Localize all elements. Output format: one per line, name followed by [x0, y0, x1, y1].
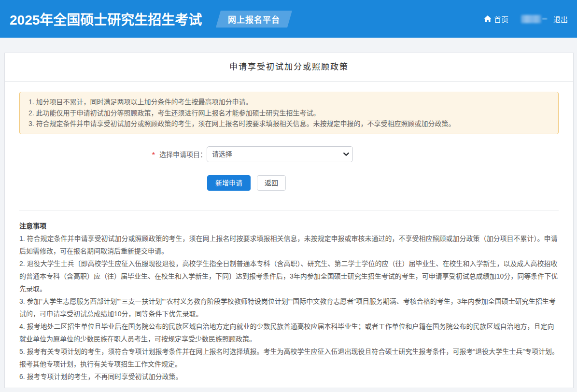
notice-item-2: 2. 此功能仅用于申请初试加分等照顾政策，考生还须进行网上报名才能参加硕士研究生… [28, 108, 549, 119]
note-item-1: 1. 符合规定条件并申请享受初试加分或照顾政策的考生，须在网上报名时按要求填报相… [19, 232, 559, 257]
logout-link[interactable]: 退出 [553, 14, 568, 24]
username-redacted[interactable] [521, 15, 541, 23]
form-actions: 新增申请 返回 [19, 175, 559, 191]
header-nav: 首页 退出 [484, 14, 568, 24]
card-body: 1. 加分项目不累计，同时满足两项以上加分条件的考生按最高项加分申请。 2. 此… [5, 92, 573, 388]
required-asterisk: * [152, 151, 155, 160]
apply-project-label-text: 选择申请项目： [159, 151, 207, 158]
note-item-5: 5. 报考有关专项计划的考生，须符合专项计划报考条件并在网上报名时选择填报。考生… [19, 345, 559, 370]
logout-link-label: 退出 [553, 14, 568, 24]
platform-badge-label: 网上报名平台 [228, 13, 280, 25]
username-redacted-dash [542, 18, 547, 19]
back-button[interactable]: 返回 [257, 175, 286, 191]
notes-heading: 注意事项 [19, 220, 559, 232]
notice-item-1: 1. 加分项目不累计，同时满足两项以上加分条件的考生按最高项加分申请。 [28, 97, 549, 108]
apply-project-select-wrap: 请选择 [207, 146, 353, 162]
home-icon [484, 15, 492, 23]
apply-project-select[interactable]: 请选择 [207, 146, 353, 162]
app-header: 2025年全国硕士研究生招生考试 网上报名平台 首页 退出 [0, 0, 577, 38]
apply-project-label: *选择申请项目： [19, 149, 207, 159]
home-link-label: 首页 [494, 14, 508, 24]
home-link[interactable]: 首页 [484, 14, 508, 24]
note-item-2: 2. 退役大学生士兵〔即高校学生应征入伍服现役退役，高校学生指全日制普通本专科（… [19, 257, 559, 295]
page-title: 申请享受初试加分或照顾政策 [5, 53, 573, 82]
notes-section: 注意事项 1. 符合规定条件并申请享受初试加分或照顾政策的考生，须在网上报名时按… [19, 220, 559, 388]
content-card: 申请享受初试加分或照顾政策 1. 加分项目不累计，同时满足两项以上加分条件的考生… [4, 53, 574, 388]
note-item-3: 3. 参加“大学生志愿服务西部计划”“三支一扶计划”“农村义务教育阶段学校教师特… [19, 295, 559, 320]
platform-badge: 网上报名平台 [216, 11, 292, 28]
app-title: 2025年全国硕士研究生招生考试 [10, 9, 202, 28]
notice-item-3: 3. 符合规定条件并申请享受初试加分或照顾政策的考生，须在网上报名时按要求填报相… [28, 118, 549, 129]
note-item-4: 4. 报考地处二区招生单位且毕业后在国务院公布的民族区域自治地方定向就业的少数民… [19, 320, 559, 345]
section-divider [19, 210, 559, 210]
add-application-button[interactable]: 新增申请 [207, 175, 251, 191]
notice-box: 1. 加分项目不累计，同时满足两项以上加分条件的考生按最高项加分申请。 2. 此… [19, 92, 559, 134]
apply-project-form-row: *选择申请项目： 请选择 [19, 146, 559, 162]
note-item-6: 6. 报考专项计划的考生，不再同时享受初试加分政策。 [19, 370, 559, 383]
